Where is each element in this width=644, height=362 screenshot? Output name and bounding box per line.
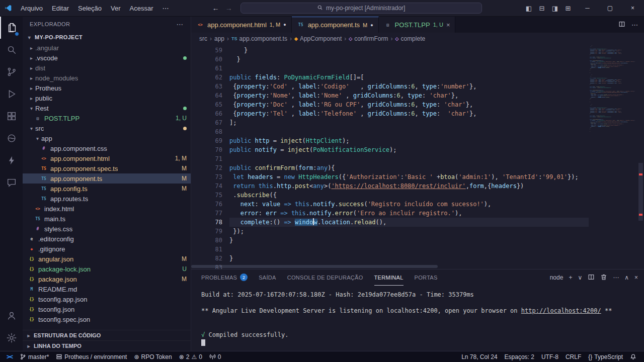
folder-dist[interactable]: ▸dist <box>23 63 191 73</box>
terminal-profile-selector[interactable]: node <box>550 274 564 281</box>
folder-node-modules[interactable]: ▸node_modules <box>23 73 191 83</box>
file-angular-json[interactable]: {}angular.jsonM <box>23 254 191 264</box>
tab-app-component-html[interactable]: <>app.component.html1, M● <box>191 17 292 33</box>
eol[interactable]: CRLF <box>562 351 585 362</box>
explorer-icon[interactable] <box>0 17 23 39</box>
menu-acessar[interactable]: Acessar <box>125 0 158 17</box>
customize-layout-icon[interactable]: ⊞ <box>562 2 574 15</box>
vertical-scrollbar-thumb[interactable] <box>638 163 643 221</box>
file-styles-css[interactable]: #styles.css <box>23 224 191 234</box>
explorer-more-actions-icon[interactable]: ⋯ <box>177 20 184 28</box>
dirty-indicator-icon[interactable]: ● <box>283 22 286 27</box>
kill-terminal-icon[interactable] <box>600 274 607 282</box>
file-package-lock-json[interactable]: {}package-lock.jsonU <box>23 264 191 274</box>
remote-indicator[interactable]: >< <box>3 351 16 362</box>
file-app-config-ts[interactable]: TSapp.config.tsM <box>23 184 191 194</box>
encoding[interactable]: UTF-8 <box>538 351 562 362</box>
notifications[interactable] <box>626 351 640 362</box>
panel-tab-terminal[interactable]: TERMINAL <box>374 269 404 286</box>
file-app-component-spec-ts[interactable]: TSapp.component.spec.tsM <box>23 163 191 173</box>
folder-protheus[interactable]: ▸Protheus <box>23 83 191 93</box>
minimize-button[interactable]: ─ <box>576 0 599 17</box>
minimap[interactable]: } }public fields: PoDynamicFormField[]=[… <box>590 45 637 269</box>
language-mode[interactable]: {}TypeScript <box>585 351 626 362</box>
search-icon[interactable] <box>0 39 23 61</box>
nav-back-icon[interactable]: ← <box>209 4 222 12</box>
menu-editar[interactable]: Editar <box>47 0 73 17</box>
cursor-position[interactable]: Ln 78, Col 24 <box>458 351 501 362</box>
run-debug-icon[interactable] <box>0 83 23 105</box>
source-control-icon[interactable] <box>0 61 23 83</box>
folder-angular[interactable]: ▸.angular <box>23 43 191 53</box>
folder-src[interactable]: ▾src <box>23 123 191 133</box>
settings-icon[interactable] <box>0 327 23 349</box>
file-post-tlpp[interactable]: ▤POST.TLPP1, U <box>23 113 191 123</box>
folder-app[interactable]: ▾app <box>23 133 191 143</box>
rpo-token[interactable]: ⊛RPO Token <box>130 351 175 362</box>
problems[interactable]: ⊗2⚠0 <box>176 351 206 362</box>
toggle-sidebar-icon[interactable]: ◧ <box>523 2 535 15</box>
toggle-secondary-sidebar-icon[interactable]: ◨ <box>549 2 561 15</box>
protheus-environment[interactable]: Protheus / environment <box>52 351 130 362</box>
section-code-structure[interactable]: ▸ ESTRUTURA DE CÓDIGO <box>23 330 191 340</box>
file-tsconfig-json[interactable]: {}tsconfig.json <box>23 304 191 314</box>
git-branch[interactable]: master* <box>16 351 52 362</box>
breadcrumb-item-appcomponent[interactable]: ◆AppComponent <box>294 35 342 42</box>
project-root-header[interactable]: ▾ MY-PO-PROJECT <box>23 32 191 43</box>
dirty-indicator-icon[interactable]: ● <box>370 23 373 28</box>
horizontal-scrollbar-thumb[interactable] <box>191 265 438 268</box>
file-app-component-ts[interactable]: TSapp.component.tsM <box>23 173 191 184</box>
editor-more-actions-icon[interactable]: ⋯ <box>631 21 638 29</box>
file-editorconfig[interactable]: e.editorconfig <box>23 234 191 244</box>
close-button[interactable]: × <box>621 0 644 17</box>
toggle-panel-icon[interactable]: ⊟ <box>536 2 548 15</box>
split-editor-icon[interactable] <box>618 21 625 29</box>
chat-icon[interactable] <box>0 171 23 194</box>
panel-tab-sa-da[interactable]: SAÍDA <box>259 269 276 286</box>
menu-ver[interactable]: Ver <box>106 0 125 17</box>
file-app-component-css[interactable]: #app.component.css <box>23 143 191 153</box>
terminal-profile-chevron-icon[interactable]: ∨ <box>578 274 582 281</box>
new-terminal-button[interactable]: + <box>569 274 572 281</box>
split-terminal-icon[interactable] <box>588 274 595 282</box>
menu-sele-o[interactable]: Seleção <box>73 0 106 17</box>
maximize-panel-icon[interactable]: ∧ <box>624 274 629 281</box>
file-tsconfig-app-json[interactable]: {}tsconfig.app.json <box>23 294 191 304</box>
indentation[interactable]: Espaços: 2 <box>501 351 538 362</box>
menu-[interactable]: ⋯ <box>158 0 174 17</box>
close-panel-icon[interactable]: × <box>634 274 638 281</box>
nav-forward-icon[interactable]: → <box>222 4 235 12</box>
tab-post-tlpp[interactable]: ▤POST.TLPP1, U× <box>379 17 456 33</box>
panel-tab-console-de-depura-o[interactable]: CONSOLE DE DEPURAÇÃO <box>287 269 363 286</box>
file-tsconfig-spec-json[interactable]: {}tsconfig.spec.json <box>23 314 191 324</box>
file-main-ts[interactable]: TSmain.ts <box>23 214 191 224</box>
file-readme-md[interactable]: MREADME.md <box>23 284 191 294</box>
protheus-debug-icon[interactable] <box>0 149 23 171</box>
file-gitignore[interactable]: ◆.gitignore <box>23 244 191 254</box>
folder-rest[interactable]: ▾Rest <box>23 103 191 113</box>
maximize-button[interactable]: ▢ <box>599 0 621 17</box>
ports[interactable]: 0 <box>206 351 225 362</box>
tab-app-component-ts[interactable]: TSapp.component.tsM● <box>292 17 379 33</box>
horizontal-scrollbar[interactable] <box>191 265 589 268</box>
folder-public[interactable]: ▸public <box>23 93 191 103</box>
breadcrumb-item-app-component-ts[interactable]: TSapp.component.ts <box>231 35 287 42</box>
file-index-html[interactable]: <>index.html <box>23 204 191 214</box>
account-icon[interactable] <box>0 305 23 327</box>
code-editor[interactable]: 5960616263646566676869707172737475767778… <box>191 45 644 269</box>
section-timeline[interactable]: ▸ LINHA DO TEMPO <box>23 340 191 351</box>
command-center[interactable]: my-po-project [Administrador] <box>240 3 482 14</box>
panel-tab-portas[interactable]: PORTAS <box>415 269 438 286</box>
file-app-routes-ts[interactable]: TSapp.routes.ts <box>23 194 191 204</box>
breadcrumb-item-app[interactable]: app <box>214 35 224 42</box>
panel-more-actions-icon[interactable]: ⋯ <box>613 274 619 281</box>
breadcrumb-item-confirmform[interactable]: ◇confirmForm <box>349 35 388 42</box>
breadcrumb-item-complete[interactable]: ◇complete <box>395 35 426 42</box>
folder-vscode[interactable]: ▸.vscode <box>23 53 191 63</box>
extensions-icon[interactable] <box>0 105 23 127</box>
menu-arquivo[interactable]: Arquivo <box>16 0 47 17</box>
file-app-component-html[interactable]: <>app.component.html1, M <box>23 153 191 163</box>
panel-tab-problemas[interactable]: PROBLEMAS2 <box>201 269 248 286</box>
close-tab-icon[interactable]: × <box>446 21 450 29</box>
terminal-output[interactable]: Build at: 2025-07-16T20:07:58.180Z - Has… <box>191 286 644 351</box>
